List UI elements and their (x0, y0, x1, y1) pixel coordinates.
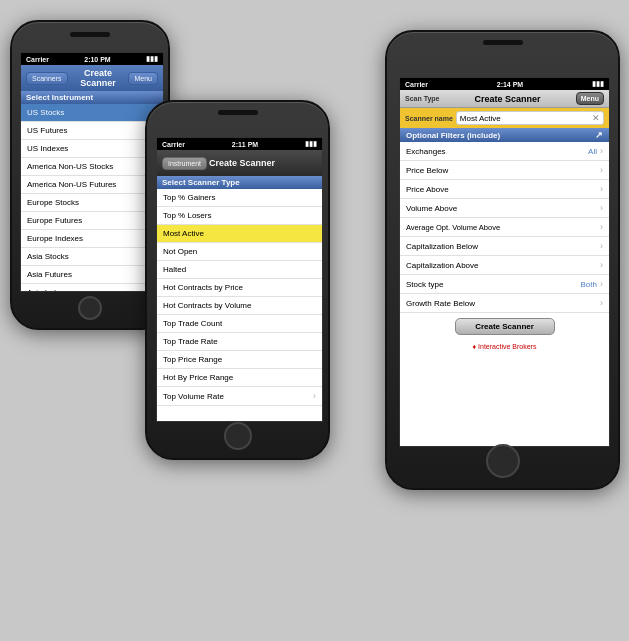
phone2-status-bar: Carrier 2:11 PM ▮▮▮ (157, 138, 322, 150)
exchanges-value: All (588, 147, 597, 156)
chevron-right-icon: › (600, 184, 603, 194)
chevron-right-icon: › (600, 146, 603, 156)
chevron-right-icon: › (313, 391, 316, 401)
list-item[interactable]: Top % Gainers (157, 189, 322, 207)
list-item[interactable]: Asia Indexes (21, 284, 163, 292)
list-item[interactable]: Top % Losers (157, 207, 322, 225)
filter-item-cap-above[interactable]: Capitalization Above › (400, 256, 609, 275)
phone2-home-btn[interactable] (224, 422, 252, 450)
phone2-screen: Carrier 2:11 PM ▮▮▮ Instrument Create Sc… (156, 137, 323, 422)
phone3-filter-list: Exchanges All › Price Below › Price Abov… (400, 142, 609, 313)
ib-footer: ♦ Interactive Brokers (400, 340, 609, 353)
filter-item-exchanges[interactable]: Exchanges All › (400, 142, 609, 161)
phone1-list: US Stocks US Futures US Indexes America … (21, 104, 163, 292)
phone3-battery: ▮▮▮ (592, 80, 604, 88)
phone3: Carrier 2:14 PM ▮▮▮ Scan Type Create Sca… (385, 30, 620, 490)
phone1-section-header: Select Instrument (21, 91, 163, 104)
filter-item-volume-above[interactable]: Volume Above › (400, 199, 609, 218)
stock-type-value: Both (581, 280, 597, 289)
ib-logo-red: ♦ (473, 343, 477, 350)
cursor-icon: ↗ (595, 130, 603, 140)
phone1-battery: ▮▮▮ (146, 55, 158, 63)
list-item[interactable]: Asia Stocks (21, 248, 163, 266)
phone2: Carrier 2:11 PM ▮▮▮ Instrument Create Sc… (145, 100, 330, 460)
scanner-name-label: Scanner name (405, 115, 453, 122)
list-item[interactable]: Top Price Range (157, 351, 322, 369)
scanner-name-input[interactable]: Most Active ✕ (456, 111, 604, 125)
phone3-screen: Carrier 2:14 PM ▮▮▮ Scan Type Create Sca… (399, 77, 610, 447)
list-item[interactable]: US Futures (21, 122, 163, 140)
phone2-battery: ▮▮▮ (305, 140, 317, 148)
filter-item-price-above[interactable]: Price Above › (400, 180, 609, 199)
phone1-menu-btn[interactable]: Menu (128, 72, 158, 85)
list-item[interactable]: Not Open (157, 243, 322, 261)
list-item[interactable]: Europe Indexes (21, 230, 163, 248)
list-item[interactable]: Hot Contracts by Price (157, 279, 322, 297)
list-item[interactable]: America Non-US Stocks (21, 158, 163, 176)
phone2-section-header: Select Scanner Type (157, 176, 322, 189)
chevron-right-icon: › (600, 222, 603, 232)
phone1-back-btn[interactable]: Scanners (26, 72, 68, 85)
phone2-time: 2:11 PM (232, 141, 258, 148)
phone1-navbar: Scanners Create Scanner Menu (21, 65, 163, 91)
phone2-carrier: Carrier (162, 141, 185, 148)
optional-filters-bar: Optional Filters (include) ↗ (400, 128, 609, 142)
filter-item-stock-type[interactable]: Stock type Both › (400, 275, 609, 294)
list-item[interactable]: Top Trade Count (157, 315, 322, 333)
list-item[interactable]: Halted (157, 261, 322, 279)
list-item[interactable]: US Stocks (21, 104, 163, 122)
phone2-speaker (218, 110, 258, 115)
filter-item-avg-opt-vol[interactable]: Average Opt. Volume Above › (400, 218, 609, 237)
optional-filters-label: Optional Filters (include) (406, 131, 500, 140)
scanner-name-value: Most Active (460, 114, 501, 123)
list-item[interactable]: Europe Stocks (21, 194, 163, 212)
scene: Carrier 2:10 PM ▮▮▮ Scanners Create Scan… (0, 0, 629, 641)
chevron-right-icon: › (600, 279, 603, 289)
ib-footer-label: Interactive Brokers (478, 343, 536, 350)
phone3-speaker (483, 40, 523, 45)
phone2-back-btn[interactable]: Instrument (162, 157, 207, 170)
phone1-status-bar: Carrier 2:10 PM ▮▮▮ (21, 53, 163, 65)
list-item[interactable]: Top Volume Rate › (157, 387, 322, 406)
phone1-nav-title: Create Scanner (68, 68, 129, 88)
create-scanner-btn[interactable]: Create Scanner (455, 318, 555, 335)
filter-item-cap-below[interactable]: Capitalization Below › (400, 237, 609, 256)
phone3-home-btn[interactable] (486, 444, 520, 478)
chevron-right-icon: › (600, 203, 603, 213)
filter-item-price-below[interactable]: Price Below › (400, 161, 609, 180)
phone3-status-bar: Carrier 2:14 PM ▮▮▮ (400, 78, 609, 90)
list-item[interactable]: Europe Futures (21, 212, 163, 230)
phone2-list: Top % Gainers Top % Losers Most Active N… (157, 189, 322, 406)
list-item[interactable]: Hot By Price Range (157, 369, 322, 387)
chevron-right-icon: › (600, 241, 603, 251)
list-item[interactable]: Asia Futures (21, 266, 163, 284)
phone3-menu-btn[interactable]: Menu (576, 92, 604, 105)
filter-item-growth-rate[interactable]: Growth Rate Below › (400, 294, 609, 313)
list-item[interactable]: America Non-US Futures (21, 176, 163, 194)
phone1-time: 2:10 PM (84, 56, 110, 63)
scan-type-bar: Scan Type Create Scanner Menu (400, 90, 609, 108)
phone1-screen: Carrier 2:10 PM ▮▮▮ Scanners Create Scan… (20, 52, 164, 292)
phone3-carrier: Carrier (405, 81, 428, 88)
scanner-name-bar: Scanner name Most Active ✕ (400, 108, 609, 128)
phone3-nav-title: Create Scanner (440, 94, 576, 104)
phone2-navbar: Instrument Create Scanner (157, 150, 322, 176)
chevron-right-icon: › (600, 165, 603, 175)
list-item[interactable]: Top Trade Rate (157, 333, 322, 351)
chevron-right-icon: › (600, 260, 603, 270)
phone1-home-btn[interactable] (78, 296, 102, 320)
list-item[interactable]: US Indexes (21, 140, 163, 158)
list-item-most-active[interactable]: Most Active (157, 225, 322, 243)
phone3-time: 2:14 PM (497, 81, 523, 88)
phone2-nav-title: Create Scanner (207, 158, 277, 168)
phone1-speaker (70, 32, 110, 37)
scan-type-label: Scan Type (405, 95, 440, 102)
clear-icon[interactable]: ✕ (592, 113, 600, 123)
list-item[interactable]: Hot Contracts by Volume (157, 297, 322, 315)
chevron-right-icon: › (600, 298, 603, 308)
phone1-carrier: Carrier (26, 56, 49, 63)
